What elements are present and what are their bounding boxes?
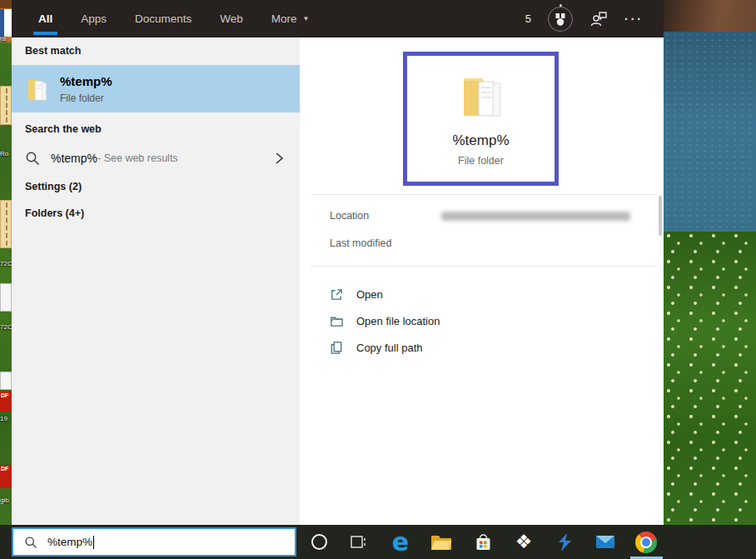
best-match-text: %temp% File folder (60, 74, 112, 104)
tab-web[interactable]: Web (215, 0, 248, 37)
feedback-icon[interactable] (589, 11, 608, 27)
action-label: Open file location (356, 315, 440, 327)
chrome-icon[interactable] (629, 525, 663, 559)
more-options-icon[interactable]: ··· (624, 12, 644, 26)
location-value-redacted (441, 212, 630, 221)
zip-folder-icon (0, 200, 12, 248)
wallpaper-cliffs (664, 0, 756, 32)
taskbar: %temp% e (0, 525, 756, 559)
tab-documents[interactable]: Documents (130, 0, 196, 37)
divider (311, 266, 658, 267)
action-open[interactable]: Open (330, 284, 383, 304)
pdf-file-icon: DF (0, 465, 12, 488)
folder-icon (24, 75, 49, 103)
search-value: %temp% (47, 536, 92, 548)
last-modified-label: Last modified (330, 237, 391, 249)
search-icon (25, 151, 40, 166)
divider (311, 194, 658, 195)
chevron-right-icon[interactable] (273, 150, 285, 167)
search-input[interactable]: %temp% (12, 527, 296, 557)
desktop-icon-label: 72C (0, 323, 12, 331)
desktop-icon-label: ra (0, 35, 12, 42)
file-icon (0, 283, 12, 312)
wallpaper-grass (664, 232, 756, 559)
windows-search-screen: ra Ro 72C 72C DF 19 DF gib All Apps Docu… (0, 0, 756, 559)
open-file-location-icon (330, 314, 344, 328)
file-icon (0, 372, 12, 390)
best-match-result[interactable]: %temp% File folder (12, 65, 300, 112)
search-filter-bar: All Apps Documents Web More ▼ 5 (12, 0, 664, 37)
chevron-down-icon: ▼ (303, 15, 310, 22)
settings-group-header[interactable]: Settings (2) (25, 181, 82, 192)
cortana-icon[interactable] (302, 525, 336, 559)
web-search-result[interactable]: %temp% - See web results (12, 140, 300, 177)
folders-group-header[interactable]: Folders (4+) (25, 207, 84, 219)
filter-tabs: All Apps Documents Web More ▼ (12, 0, 333, 37)
zip-folder-icon (0, 86, 12, 125)
search-web-header: Search the web (25, 123, 102, 135)
preview-title: %temp% (452, 132, 509, 149)
best-match-type: File folder (60, 92, 112, 104)
best-match-title: %temp% (60, 74, 112, 88)
action-open-file-location[interactable]: Open file location (330, 311, 440, 331)
wallpaper-water (664, 32, 756, 232)
copy-path-icon (330, 341, 344, 355)
medal-glyph (553, 12, 568, 27)
rewards-count[interactable]: 5 (525, 12, 531, 25)
edge-browser-icon[interactable]: e (384, 525, 417, 559)
search-results-panel: Best match %temp% File folder Search the… (12, 37, 300, 525)
desktop-icon-label: gib (0, 497, 12, 504)
s-app-icon[interactable] (548, 525, 581, 559)
word-document-icon (0, 9, 12, 37)
topbar-actions: 5 ··· (525, 0, 644, 37)
desktop-icon-label: Ro (0, 150, 12, 157)
web-hint: - See web results (97, 152, 178, 164)
tab-apps[interactable]: Apps (76, 0, 112, 37)
task-view-icon[interactable] (341, 525, 375, 559)
pdf-file-icon: DF (0, 392, 12, 412)
web-query: %temp% (51, 152, 97, 165)
microsoft-store-icon[interactable] (466, 525, 500, 559)
best-match-header: Best match (25, 45, 81, 57)
tab-more[interactable]: More ▼ (266, 0, 315, 37)
folder-icon-large (454, 73, 509, 120)
action-copy-full-path[interactable]: Copy full path (330, 337, 423, 357)
desktop-icon-label: 72C (0, 260, 12, 267)
desktop-icons-strip: ra Ro 72C 72C DF 19 DF gib (0, 0, 12, 525)
action-label: Open (356, 288, 383, 301)
location-label: Location (330, 210, 369, 222)
open-external-icon (330, 287, 344, 302)
preview-card[interactable]: %temp% File folder (403, 52, 559, 186)
file-explorer-icon[interactable] (425, 525, 458, 559)
action-label: Copy full path (356, 342, 423, 354)
rewards-icon[interactable] (548, 7, 573, 32)
preview-type: File folder (458, 155, 504, 167)
mail-icon[interactable] (589, 525, 622, 559)
desktop-icon-label: 19 (0, 415, 12, 422)
preview-panel: %temp% File folder Location Last modifie… (300, 37, 664, 525)
text-cursor (93, 536, 94, 549)
desktop-wallpaper (664, 0, 756, 559)
scrollbar-thumb[interactable] (659, 196, 662, 236)
tab-all[interactable]: All (33, 0, 57, 37)
dropbox-icon[interactable]: ❖ (507, 525, 540, 559)
search-icon (24, 536, 37, 549)
